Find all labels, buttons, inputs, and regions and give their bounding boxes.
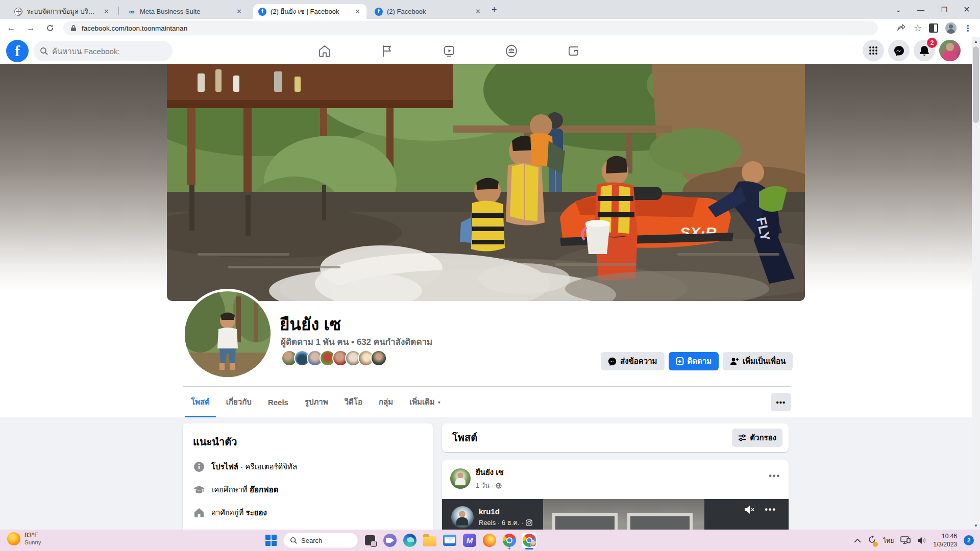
globe-icon [14, 8, 22, 16]
tab-groups[interactable]: กลุ่ม [371, 387, 401, 417]
facebook-header: f [0, 37, 972, 64]
close-tab-icon[interactable]: ✕ [354, 8, 361, 15]
minimize-button[interactable]: — [911, 0, 931, 19]
scroll-down-icon[interactable]: ▼ [972, 521, 980, 530]
messenger-icon[interactable] [888, 40, 910, 61]
tab-posts[interactable]: โพสต์ [183, 387, 218, 417]
browser-menu-kebab-icon[interactable]: ⋮ [964, 23, 972, 33]
reload-icon[interactable] [42, 20, 58, 36]
browser-tab-4[interactable]: f (2) Facebook ✕ [370, 4, 487, 19]
forward-icon[interactable]: → [22, 20, 39, 36]
facebook-search[interactable] [34, 41, 173, 61]
task-view-button[interactable] [362, 533, 378, 548]
send-message-button[interactable]: ส่งข้อความ [601, 352, 665, 370]
taskbar-tray: ไทย 10:46 1/3/2023 2 [854, 530, 974, 551]
file-explorer-icon[interactable] [422, 533, 437, 548]
friend-avatar[interactable] [371, 350, 387, 366]
restore-button[interactable]: ❐ [934, 0, 954, 19]
facebook-logo[interactable]: f [6, 40, 29, 62]
new-tab-button[interactable]: + [492, 5, 497, 15]
close-tab-icon[interactable]: ✕ [235, 8, 243, 15]
reel-meta: Reels · 6 ธ.ค. · [479, 517, 532, 528]
tab-search-chevron-icon[interactable]: ⌄ [888, 0, 909, 19]
sun-icon [7, 532, 20, 545]
search-input[interactable] [52, 47, 159, 56]
side-panel-icon[interactable] [929, 23, 938, 33]
chrome-active-app-icon[interactable] [522, 533, 537, 548]
language-indicator[interactable]: ไทย [883, 536, 894, 545]
network-display-icon[interactable] [900, 536, 911, 544]
watch-icon[interactable] [431, 37, 468, 64]
reel-header: kru1d Reels · 6 ธ.ค. · [451, 506, 532, 529]
taskbar-weather-widget[interactable]: 83°F Sunny [7, 532, 41, 545]
screen: ระบบจัดการข้อมูล บริษัท โชดคูณโชค ✕ ∞ Me… [0, 0, 980, 551]
profile-more-button[interactable]: ••• [771, 393, 791, 411]
tab-title: ระบบจัดการข้อมูล บริษัท โชดคูณโชค [27, 6, 99, 17]
follow-button[interactable]: ติดตาม [669, 352, 719, 370]
start-button[interactable] [263, 533, 279, 548]
scrollbar-thumb[interactable] [973, 46, 979, 123]
filters-sliders-icon [738, 434, 746, 442]
close-tab-icon[interactable]: ✕ [103, 8, 110, 15]
close-tab-icon[interactable]: ✕ [474, 8, 482, 15]
intro-card: แนะนำตัว โปรไฟล์ · ครีเอเตอร์ดิจิทัล เคย… [183, 423, 433, 546]
profile-picture[interactable] [182, 289, 273, 380]
notification-center-badge[interactable]: 2 [964, 535, 974, 545]
edge-app-icon[interactable] [402, 533, 418, 548]
taskbar-search[interactable]: Search [283, 533, 358, 548]
firefox-app-icon[interactable] [482, 533, 497, 548]
reel-menu-kebab-icon[interactable]: ••• [765, 505, 776, 514]
close-window-button[interactable]: ✕ [957, 0, 977, 19]
post-timestamp[interactable]: 1 วัน · [476, 480, 504, 491]
post-header: ยืนยัง เซ 1 วัน · ••• [442, 460, 789, 496]
followers-line[interactable]: ผู้ติดตาม 1 พัน คน • 632 คนกำลังติดตาม [281, 335, 432, 348]
posts-title: โพสต์ [452, 430, 477, 446]
browser-tab-1[interactable]: ระบบจัดการข้อมูล บริษัท โชดคูณโชค ✕ [9, 4, 115, 19]
gaming-icon[interactable] [555, 37, 592, 64]
post-author-avatar[interactable] [450, 468, 471, 489]
profile-avatar[interactable] [939, 40, 961, 61]
groups-icon[interactable] [493, 37, 530, 64]
tab-about[interactable]: เกี่ยวกับ [218, 387, 260, 417]
reel-author-avatar[interactable] [451, 506, 474, 529]
chevron-down-icon: ▾ [438, 399, 440, 405]
friend-avatars-row[interactable] [281, 350, 387, 366]
page-scrollbar[interactable]: ▲ ▼ [972, 37, 980, 530]
tab-reels[interactable]: Reels [260, 387, 297, 417]
tab-photos[interactable]: รูปภาพ [297, 387, 336, 417]
bookmark-star-icon[interactable]: ☆ [914, 22, 922, 34]
taskbar-clock[interactable]: 10:46 1/3/2023 [933, 532, 957, 548]
browser-tab-3-active[interactable]: f (2) ยืนยัง เซ | Facebook ✕ [253, 4, 366, 19]
tab-videos[interactable]: วิดีโอ [336, 387, 371, 417]
filter-button[interactable]: ตัวกรอง [732, 429, 782, 447]
speaker-icon[interactable] [917, 537, 926, 544]
muted-speaker-icon[interactable] [744, 505, 755, 514]
share-icon[interactable] [897, 24, 906, 33]
post-menu-kebab-icon[interactable]: ••• [769, 471, 780, 481]
tab-more[interactable]: เพิ่มเติม▾ [401, 387, 449, 417]
meta-business-app-icon[interactable]: M [462, 533, 477, 548]
add-friend-button[interactable]: เพิ่มเป็นเพื่อน [723, 352, 793, 370]
pages-flag-icon[interactable] [369, 37, 405, 64]
apps-grid-icon[interactable] [863, 40, 884, 61]
post-author-name[interactable]: ยืนยัง เซ [476, 466, 504, 479]
notifications-bell-icon[interactable]: 2 [914, 40, 935, 61]
sync-tray-icon[interactable] [868, 535, 876, 546]
add-friend-icon [730, 357, 739, 365]
chat-app-icon[interactable] [382, 533, 398, 548]
browser-profile-avatar[interactable] [945, 22, 957, 34]
reel-author-name[interactable]: kru1d [479, 507, 532, 516]
mail-app-icon[interactable] [442, 533, 457, 548]
facebook-icon: f [258, 8, 266, 16]
cover-photo[interactable]: SX·R FLY [167, 64, 805, 301]
info-icon [193, 461, 205, 473]
windows-taskbar: 83°F Sunny Search M [0, 530, 980, 551]
url-bar[interactable]: facebook.com/toon.toonmaintanan [63, 21, 878, 35]
scroll-up-icon[interactable]: ▲ [972, 37, 980, 45]
tray-chevron-up-icon[interactable] [854, 538, 861, 543]
lock-icon [70, 24, 77, 32]
chrome-app-icon[interactable] [502, 533, 517, 548]
browser-tab-2[interactable]: ∞ Meta Business Suite ✕ [122, 4, 248, 19]
home-icon[interactable] [306, 37, 343, 64]
back-icon[interactable]: ← [3, 20, 19, 36]
